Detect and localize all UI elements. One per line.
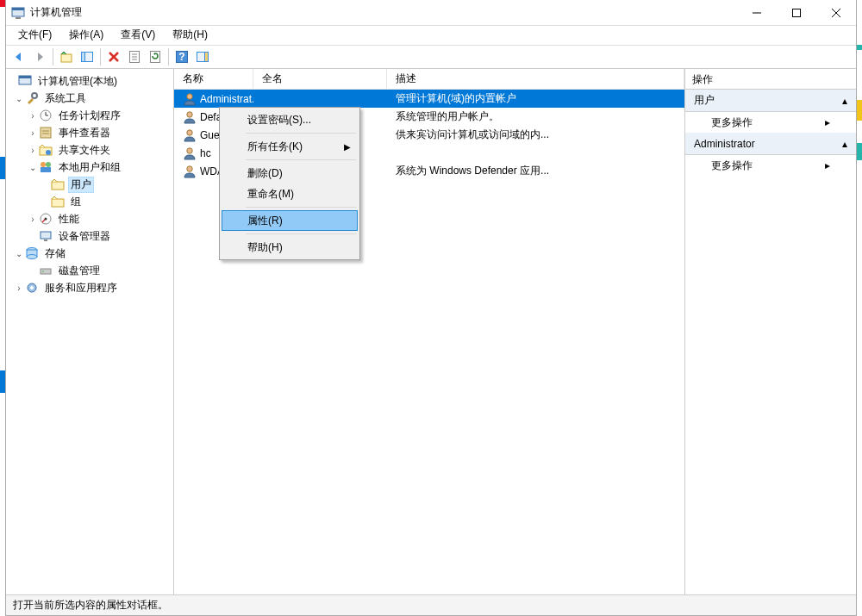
svg-point-45: [42, 271, 44, 272]
svg-rect-2: [16, 17, 21, 19]
expand-icon[interactable]: ›: [27, 111, 39, 121]
svg-point-43: [27, 255, 37, 259]
minimize-button[interactable]: [737, 0, 777, 25]
separator: [100, 48, 101, 65]
tree-root[interactable]: ▶ 计算机管理(本地): [6, 72, 173, 90]
tree-pane[interactable]: ▶ 计算机管理(本地) ⌄ 系统工具 › 任务计划程序 › 事件查看器 ›: [6, 69, 174, 594]
svg-point-52: [187, 165, 192, 171]
svg-rect-27: [41, 128, 51, 138]
svg-rect-22: [19, 76, 31, 78]
menu-delete[interactable]: 删除(D): [222, 163, 358, 184]
svg-point-47: [30, 286, 34, 289]
user-icon: [183, 92, 197, 106]
tree-label: 存储: [42, 246, 68, 262]
svg-rect-40: [44, 240, 47, 241]
cell-name: hc: [200, 147, 211, 159]
menu-properties[interactable]: 属性(R): [222, 210, 358, 231]
submenu-arrow-icon: ▶: [344, 142, 351, 152]
toolbar: ?: [6, 45, 856, 69]
collapse-icon[interactable]: ▴: [842, 95, 847, 107]
storage-icon: [25, 246, 39, 260]
collapse-icon[interactable]: ⌄: [13, 94, 25, 103]
tree-label: 服务和应用程序: [42, 280, 120, 296]
collapse-icon[interactable]: ▴: [842, 138, 847, 150]
action-label: 更多操作: [711, 159, 753, 173]
menu-action[interactable]: 操作(A): [62, 26, 110, 44]
perf-icon: [39, 212, 53, 226]
computer-icon: [18, 74, 32, 88]
expand-icon[interactable]: ›: [27, 215, 39, 224]
action-more-2[interactable]: 更多操作 ▸: [685, 155, 856, 176]
tree-label: 性能: [56, 211, 82, 227]
tree-diskmgr[interactable]: 磁盘管理: [6, 262, 173, 279]
action-section-admin[interactable]: Administrator ▴: [685, 133, 856, 155]
tree-groups[interactable]: 组: [6, 193, 173, 210]
menubar: 文件(F) 操作(A) 查看(V) 帮助(H): [6, 26, 856, 45]
collapse-icon[interactable]: ⌄: [13, 249, 25, 258]
tree-label: 计算机管理(本地): [35, 73, 120, 90]
close-button[interactable]: [816, 0, 856, 25]
tree-services[interactable]: › 服务和应用程序: [6, 279, 173, 296]
column-name[interactable]: 名称: [174, 69, 253, 89]
separator: [168, 48, 169, 65]
tree-label: 事件查看器: [56, 125, 113, 141]
action-more-1[interactable]: 更多操作 ▸: [685, 112, 856, 133]
tree-storage[interactable]: ⌄ 存储: [6, 245, 173, 262]
svg-point-38: [45, 218, 47, 221]
collapse-icon[interactable]: ⌄: [27, 163, 39, 172]
tree-shared[interactable]: › 共享文件夹: [6, 141, 173, 159]
action-label: 更多操作: [711, 115, 753, 130]
tree-eventviewer[interactable]: › 事件查看器: [6, 124, 173, 141]
tree-devmgr[interactable]: 设备管理器: [6, 227, 173, 245]
tree-perf[interactable]: › 性能: [6, 210, 173, 227]
show-hide-action-button[interactable]: [193, 47, 212, 66]
edge-decoration: [857, 45, 862, 50]
delete-button[interactable]: [104, 47, 123, 66]
svg-point-49: [187, 111, 192, 116]
menu-all-tasks[interactable]: 所有任务(K)▶: [222, 136, 358, 157]
cell-desc: 供来宾访问计算机或访问域的内...: [387, 126, 684, 144]
up-button[interactable]: [57, 47, 76, 66]
cell-name: Administrat...: [200, 93, 253, 105]
menu-view[interactable]: 查看(V): [114, 26, 162, 44]
tree-users[interactable]: 用户: [6, 176, 173, 193]
properties-button[interactable]: [125, 47, 144, 66]
user-icon: [183, 146, 197, 160]
back-button[interactable]: [9, 47, 28, 66]
svg-rect-35: [52, 182, 64, 190]
menu-rename[interactable]: 重命名(M): [222, 184, 358, 204]
user-row[interactable]: Administrat...管理计算机(域)的内置帐户: [174, 90, 684, 108]
tree-localusers[interactable]: ⌄ 本地用户和组: [6, 159, 173, 176]
svg-point-32: [41, 162, 46, 167]
svg-point-48: [187, 93, 192, 98]
tree-systools[interactable]: ⌄ 系统工具: [6, 90, 173, 107]
expand-icon[interactable]: ›: [27, 146, 39, 155]
refresh-button[interactable]: [146, 47, 165, 66]
tree-label: 组: [68, 194, 84, 210]
action-pane-title: 操作: [685, 69, 856, 90]
expand-icon[interactable]: ›: [13, 283, 25, 293]
tree-label: 系统工具: [42, 90, 89, 107]
forward-button[interactable]: [30, 47, 49, 66]
svg-text:?: ?: [178, 51, 184, 63]
cell-desc: 系统管理的用户帐户。: [387, 108, 684, 126]
tree-label: 共享文件夹: [56, 142, 113, 159]
maximize-button[interactable]: [777, 0, 816, 25]
action-section-users[interactable]: 用户 ▴: [685, 90, 856, 112]
help-button[interactable]: ?: [172, 47, 191, 66]
menu-file[interactable]: 文件(F): [11, 26, 59, 44]
column-fullname[interactable]: 全名: [253, 69, 387, 89]
column-description[interactable]: 描述: [387, 69, 684, 89]
menu-help[interactable]: 帮助(H): [222, 237, 358, 258]
tree-scheduler[interactable]: › 任务计划程序: [6, 107, 173, 124]
event-icon: [39, 126, 53, 140]
svg-point-50: [187, 129, 192, 134]
tree-label: 设备管理器: [56, 228, 113, 245]
user-icon: [183, 165, 197, 178]
titlebar: 计算机管理: [6, 0, 856, 26]
svg-rect-7: [61, 54, 72, 62]
menu-set-password[interactable]: 设置密码(S)...: [222, 109, 358, 130]
show-hide-tree-button[interactable]: [78, 47, 97, 66]
menu-help[interactable]: 帮助(H): [166, 26, 215, 44]
expand-icon[interactable]: ›: [27, 128, 39, 138]
